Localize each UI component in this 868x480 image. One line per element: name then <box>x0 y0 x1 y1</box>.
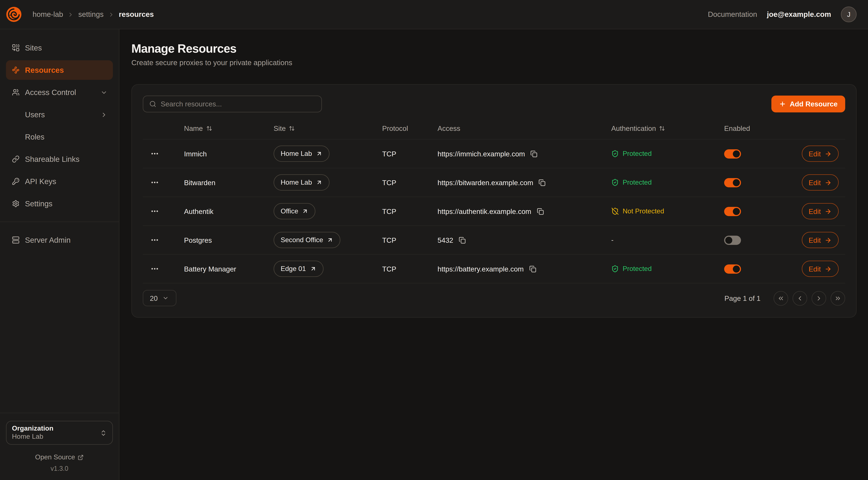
enabled-toggle[interactable] <box>724 149 741 158</box>
row-menu-button[interactable] <box>148 262 161 275</box>
enabled-toggle[interactable] <box>724 207 741 216</box>
documentation-link[interactable]: Documentation <box>708 10 757 19</box>
auth-status: Protected <box>611 265 652 273</box>
sidebar-item-access-control[interactable]: Access Control <box>6 83 113 102</box>
breadcrumb-settings[interactable]: settings <box>79 10 104 19</box>
copy-button[interactable] <box>536 207 545 216</box>
auth-status: Not Protected <box>611 207 664 215</box>
column-header-protocol: Protocol <box>382 124 437 132</box>
pangolin-logo-icon[interactable] <box>4 5 23 24</box>
pagination-buttons <box>774 291 845 305</box>
column-header-name[interactable]: Name <box>184 124 274 132</box>
copy-button[interactable] <box>528 264 537 273</box>
toolbar: Add Resource <box>143 96 845 112</box>
edit-button[interactable]: Edit <box>802 174 839 190</box>
sidebar-item-server-admin[interactable]: Server Admin <box>6 230 113 250</box>
edit-button[interactable]: Edit <box>802 146 839 162</box>
sidebar-item-users[interactable]: Users <box>6 105 113 124</box>
edit-button[interactable]: Edit <box>802 232 839 248</box>
copy-button[interactable] <box>529 149 538 158</box>
row-menu-button[interactable] <box>148 234 161 246</box>
chevron-down-icon <box>162 295 169 301</box>
arrow-up-right-icon <box>310 266 316 272</box>
arrow-up-right-icon <box>316 179 322 186</box>
sidebar-item-shareable-links[interactable]: Shareable Links <box>6 149 113 169</box>
toggle-knob <box>733 208 740 215</box>
sort-icon <box>289 125 295 131</box>
copy-icon <box>530 150 537 157</box>
resource-name: Authentik <box>184 207 274 215</box>
access-url: https://battery.example.com <box>437 265 524 273</box>
arrow-right-icon <box>825 208 832 215</box>
site-link[interactable]: Home Lab <box>274 146 329 162</box>
sites-icon <box>12 44 20 52</box>
row-menu-button[interactable] <box>148 147 161 160</box>
edit-button[interactable]: Edit <box>802 203 839 219</box>
auth-status: Protected <box>611 150 652 157</box>
sort-icon <box>659 125 665 131</box>
toggle-knob <box>733 150 740 157</box>
site-link[interactable]: Home Lab <box>274 174 329 190</box>
arrow-up-right-icon <box>316 150 322 157</box>
add-resource-button[interactable]: Add Resource <box>771 96 845 112</box>
organization-selector[interactable]: Organization Home Lab <box>6 421 113 445</box>
protocol-value: TCP <box>382 236 437 244</box>
open-source-label: Open Source <box>35 453 75 461</box>
open-source-link[interactable]: Open Source <box>35 453 84 461</box>
arrow-up-right-icon <box>327 237 334 243</box>
last-page-button[interactable] <box>831 291 845 305</box>
access-control-icon <box>12 89 20 96</box>
sidebar-item-label: Resources <box>25 66 64 74</box>
page-size-select[interactable]: 20 <box>143 290 177 306</box>
enabled-toggle[interactable] <box>724 178 741 187</box>
avatar[interactable]: J <box>841 6 857 22</box>
table-row: Battery Manager Edge 01 TCP https://batt… <box>143 254 845 283</box>
table-row: Immich Home Lab TCP https://immich.examp… <box>143 140 845 168</box>
copy-button[interactable] <box>458 236 467 245</box>
next-page-button[interactable] <box>811 291 826 305</box>
column-header-site[interactable]: Site <box>274 124 382 132</box>
sidebar-item-roles[interactable]: Roles <box>6 127 113 147</box>
sidebar-item-label: Users <box>25 110 45 119</box>
site-link[interactable]: Edge 01 <box>274 261 323 277</box>
enabled-toggle[interactable] <box>724 236 741 245</box>
breadcrumb-org[interactable]: home-lab <box>33 10 63 19</box>
sidebar-item-sites[interactable]: Sites <box>6 38 113 58</box>
copy-button[interactable] <box>537 178 547 187</box>
column-header-enabled: Enabled <box>724 124 803 132</box>
page-info: Page 1 of 1 <box>724 294 761 302</box>
user-email[interactable]: joe@example.com <box>767 10 831 19</box>
breadcrumb-resources[interactable]: resources <box>119 10 154 19</box>
sidebar: Sites Resources Access Control Users Rol… <box>0 29 119 480</box>
enabled-toggle[interactable] <box>724 264 741 273</box>
breadcrumb: home-lab settings resources <box>33 10 154 19</box>
ellipsis-icon <box>150 236 159 244</box>
column-header-access: Access <box>437 124 611 132</box>
site-link[interactable]: Office <box>274 203 316 219</box>
organization-value: Home Lab <box>12 433 53 441</box>
site-link[interactable]: Second Office <box>274 232 341 248</box>
shield-off-icon <box>611 207 619 215</box>
sidebar-item-label: Access Control <box>25 88 76 97</box>
chevron-left-icon <box>796 295 803 302</box>
chevrons-up-down-icon <box>100 429 107 437</box>
first-page-button[interactable] <box>774 291 788 305</box>
row-menu-button[interactable] <box>148 176 161 189</box>
sidebar-item-resources[interactable]: Resources <box>6 60 113 80</box>
sidebar-footer: Open Source v1.3.0 <box>6 452 113 472</box>
chevron-right-icon <box>100 111 107 118</box>
edit-button[interactable]: Edit <box>802 261 839 277</box>
previous-page-button[interactable] <box>793 291 807 305</box>
copy-icon <box>529 265 536 272</box>
arrow-up-right-icon <box>302 208 309 214</box>
sidebar-item-settings[interactable]: Settings <box>6 194 113 213</box>
search-input[interactable] <box>161 100 315 108</box>
protocol-value: TCP <box>382 207 437 215</box>
chevron-right-icon <box>67 11 74 18</box>
column-header-authentication[interactable]: Authentication <box>611 124 724 132</box>
sidebar-item-api-keys[interactable]: API Keys <box>6 172 113 191</box>
plus-icon <box>779 100 786 108</box>
sort-icon <box>206 125 212 131</box>
row-menu-button[interactable] <box>148 205 161 218</box>
add-resource-label: Add Resource <box>790 100 838 108</box>
